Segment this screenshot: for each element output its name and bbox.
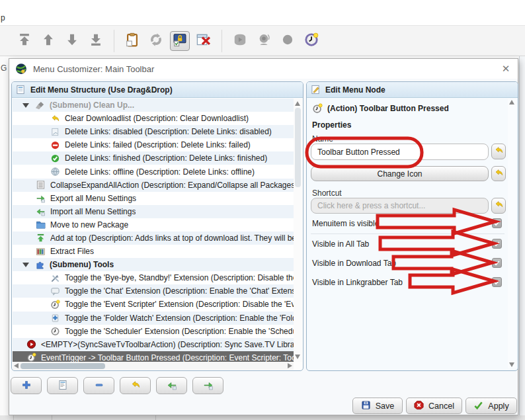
tree-item[interactable]: Toggle the 'Scheduler' Extension (Descri… — [13, 325, 294, 338]
undo-icon — [494, 200, 504, 212]
undo-icon — [494, 146, 504, 157]
tools-icon — [50, 273, 60, 283]
scheduler-clock-icon — [304, 32, 319, 50]
toolbar-button-scheduler-clock[interactable] — [302, 31, 321, 51]
tree-item[interactable]: Delete Links: finished (Description: Del… — [13, 151, 294, 165]
tree-item-label: Add at top (Description: Adds links at t… — [50, 233, 294, 243]
toolbar-button-media[interactable] — [230, 31, 250, 51]
edit-node-icon — [311, 85, 321, 95]
checkbox-checked[interactable] — [492, 239, 502, 249]
export-disk-button[interactable] — [192, 377, 223, 394]
scroll-right-arrow-icon[interactable] — [288, 363, 292, 368]
expander-down-icon[interactable] — [22, 103, 29, 108]
background-bottom-strip — [0, 415, 525, 420]
reset-icon-button[interactable] — [491, 166, 506, 181]
tree-item-label: Toggle the 'Scheduler' Extension (Descri… — [65, 327, 294, 336]
save-label: Save — [376, 401, 395, 411]
broom-icon — [35, 101, 45, 110]
save-button[interactable]: Save — [352, 398, 403, 414]
toolbar-button-move-to-top[interactable] — [15, 31, 34, 51]
template-icon — [58, 380, 68, 392]
tree-item[interactable]: Import all Menu Settings — [13, 205, 294, 218]
reset-name-button[interactable] — [491, 144, 506, 159]
name-input[interactable] — [311, 144, 489, 160]
tree-item-label: CollapseExpandAllAction (Description: Ex… — [50, 181, 294, 190]
tree-item[interactable]: (Submenu) Tools — [13, 258, 294, 271]
node-panel-scrollbar[interactable] — [508, 99, 516, 368]
remove-view-icon — [196, 32, 211, 50]
shortcut-input[interactable] — [311, 198, 489, 214]
toolbar-button-move-up[interactable] — [38, 31, 58, 51]
toolbar-separator — [222, 30, 222, 52]
node-panel-header: Edit Menu Node — [307, 82, 518, 98]
scroll-down-arrow-icon[interactable] — [509, 362, 514, 367]
toolbar-button-record[interactable] — [278, 31, 298, 51]
tree-item[interactable]: Toggle the 'Bye-bye, Standby!' Extension… — [13, 271, 294, 284]
tree-item[interactable]: Clear Downloadlist (Description: Clear D… — [13, 112, 294, 125]
tree-item-label: Export all Menu Settings — [50, 194, 136, 203]
scroll-up-arrow-icon[interactable] — [295, 100, 300, 106]
tree-item[interactable]: Export all Menu Settings — [13, 192, 294, 205]
toolbar-button-move-down[interactable] — [62, 31, 82, 51]
checkbox-checked[interactable] — [492, 218, 502, 228]
tree-item[interactable]: Move to new Package — [13, 218, 294, 231]
import-disk-button[interactable] — [156, 377, 187, 394]
scroll-left-arrow-icon[interactable] — [14, 363, 19, 368]
save-floppy-icon — [361, 400, 371, 412]
scrollbar-thumb[interactable] — [20, 363, 105, 369]
apply-button[interactable]: Apply — [465, 398, 517, 414]
checkbox-checked[interactable] — [492, 258, 502, 268]
cancel-button[interactable]: Cancel — [406, 398, 462, 414]
toolbar-button-webcam[interactable] — [254, 31, 274, 51]
toolbar-button-remove-view[interactable] — [194, 31, 214, 51]
tree-vertical-scrollbar[interactable] — [294, 99, 302, 362]
record-icon — [280, 32, 295, 50]
toolbar-button-move-to-bottom[interactable] — [86, 31, 106, 51]
reset-shortcut-button[interactable] — [491, 198, 506, 214]
tree-item[interactable]: <EMPTY>(SyncSaveTvToolbarAction) (Descri… — [13, 338, 294, 351]
tree-item[interactable]: Delete Links: offline (Description: Dele… — [13, 165, 294, 178]
tree-item[interactable]: Extract Files — [13, 245, 294, 258]
tree-item-label: (Submenu) Tools — [50, 260, 114, 269]
undo-button[interactable] — [120, 377, 151, 394]
tree-item[interactable]: EventTrigger -> Toolbar Button Pressed (… — [13, 351, 294, 362]
tree-item[interactable]: (Submenu) Clean Up... — [13, 99, 294, 112]
toolbar-button-sync[interactable] — [146, 31, 166, 51]
properties-label: Properties — [312, 120, 351, 130]
checkbox-label: Visible in Download Tab — [312, 259, 396, 268]
tree-item-label: <EMPTY>(SyncSaveTvToolbarAction) (Descri… — [41, 340, 294, 349]
folder-add-icon — [50, 313, 60, 323]
shortcut-label: Shortcut — [312, 189, 342, 198]
close-button[interactable]: ✕ — [500, 63, 512, 75]
tree-item-label: Import all Menu Settings — [50, 207, 136, 216]
tree-horizontal-scrollbar[interactable] — [13, 362, 294, 370]
main-toolbar — [0, 25, 525, 56]
tree-item[interactable]: CollapseExpandAllAction (Description: Ex… — [13, 179, 294, 192]
checkbox-checked[interactable] — [492, 277, 502, 287]
remove-icon — [94, 380, 104, 392]
scrollbar-thumb[interactable] — [295, 108, 301, 187]
template-button[interactable] — [47, 377, 78, 394]
tree-item[interactable]: Add at top (Description: Adds links at t… — [13, 231, 294, 245]
background-menu-fragment: p — [1, 13, 5, 22]
tree-item-label: Toggle the 'Bye-bye, Standby!' Extension… — [65, 273, 294, 282]
tree-item[interactable]: Delete Links: disabled (Description: Del… — [13, 125, 294, 138]
scroll-down-arrow-icon[interactable] — [295, 355, 300, 360]
expander-down-icon[interactable] — [22, 263, 29, 267]
paste-icon — [125, 32, 140, 50]
tree-item[interactable]: Delete Links: failed (Description: Delet… — [13, 138, 294, 151]
toolbar-button-paste[interactable] — [122, 31, 142, 51]
tree-item[interactable]: Toggle the 'Chat' Extension (Description… — [13, 284, 294, 298]
remove-button[interactable] — [83, 377, 114, 394]
tree-item[interactable]: Toggle the 'Folder Watch' Extension (Des… — [13, 312, 294, 325]
clock-icon — [50, 326, 60, 336]
move-up-icon — [41, 32, 56, 50]
scroll-up-arrow-icon[interactable] — [509, 100, 514, 105]
dialog-titlebar[interactable]: Menu Customizer: Main Toolbar ✕ — [9, 59, 518, 79]
structure-panel-title: Edit Menu Structure (Use Drag&Drop) — [30, 85, 173, 95]
change-icon-button[interactable]: Change Icon — [311, 166, 489, 181]
add-button[interactable] — [11, 377, 42, 394]
event-clock-icon — [312, 103, 323, 114]
toolbar-button-password-lock[interactable] — [170, 31, 190, 51]
tree-item[interactable]: Toggle the 'Event Scripter' Extension (D… — [13, 298, 294, 311]
